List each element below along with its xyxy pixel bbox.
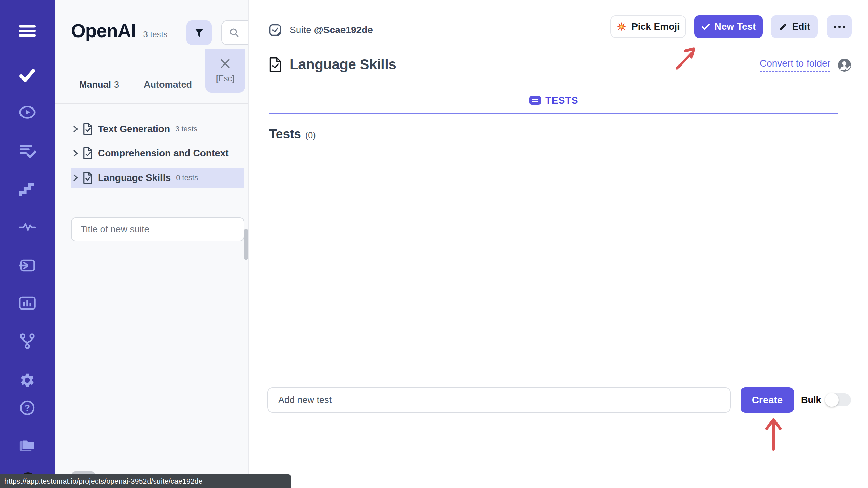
new-suite-title-input[interactable] xyxy=(71,217,244,241)
bulk-toggle[interactable] xyxy=(825,393,851,406)
annotation-arrow-new-test xyxy=(669,38,710,74)
ellipsis-icon xyxy=(834,26,845,28)
help-icon[interactable]: ? xyxy=(19,400,36,416)
main-content: Suite @Scae192de Pick Emoji New Test Edi… xyxy=(249,0,868,488)
esc-hint: [Esc] xyxy=(216,74,234,83)
tab-manual[interactable]: Manual3 xyxy=(79,80,119,90)
header-divider xyxy=(249,45,868,45)
edit-button[interactable]: Edit xyxy=(771,15,818,38)
project-header: OpenAI 3 tests xyxy=(71,20,167,42)
project-title: OpenAI xyxy=(71,20,136,42)
suite-id: @Scae192de xyxy=(314,25,373,35)
page-title: Language Skills xyxy=(290,56,396,73)
menu-icon[interactable] xyxy=(19,23,36,39)
status-url-bar: https://app.testomat.io/projects/openai-… xyxy=(0,474,291,488)
panel-scrollbar[interactable] xyxy=(244,229,248,260)
tests-section-heading: Tests (0) xyxy=(269,127,316,141)
chevron-right-icon[interactable] xyxy=(73,173,80,182)
import-icon[interactable] xyxy=(19,257,36,274)
toggle-knob xyxy=(825,393,839,407)
tabs-divider xyxy=(55,103,249,104)
suite-doc-icon xyxy=(83,147,93,159)
suite-doc-icon xyxy=(83,123,93,135)
suite-label: Language Skills xyxy=(98,172,171,183)
active-tab-underline xyxy=(269,113,838,114)
suite-label: Suite xyxy=(290,25,311,35)
suite-row-text-generation[interactable]: Text Generation 3 tests xyxy=(71,119,244,139)
svg-text:?: ? xyxy=(25,403,30,413)
add-new-test-input[interactable] xyxy=(267,387,731,413)
user-check-avatar-icon[interactable] xyxy=(838,59,851,72)
search-icon xyxy=(229,28,239,38)
results-list-icon[interactable] xyxy=(19,143,36,159)
filter-button[interactable] xyxy=(186,20,212,45)
suite-check-badge-icon xyxy=(269,24,281,36)
project-tests-count: 3 tests xyxy=(143,30,168,39)
app-sidebar: ? xyxy=(0,0,55,488)
create-button[interactable]: Create xyxy=(741,387,794,413)
chevron-right-icon[interactable] xyxy=(73,149,80,158)
analytics-icon[interactable] xyxy=(19,295,36,311)
bulk-label: Bulk xyxy=(801,395,821,405)
suite-row-comprehension[interactable]: Comprehension and Context xyxy=(71,143,244,163)
new-test-button[interactable]: New Test xyxy=(694,15,763,38)
suite-doc-icon xyxy=(83,172,93,184)
steps-icon[interactable] xyxy=(19,181,36,197)
suite-count: 0 tests xyxy=(176,173,198,182)
page-heading: Language Skills xyxy=(269,56,396,73)
tab-automated[interactable]: Automated xyxy=(144,80,192,90)
convert-to-folder-link[interactable]: Convert to folder xyxy=(760,58,830,72)
more-options-button[interactable] xyxy=(827,15,852,38)
collision-emoji-icon xyxy=(616,21,627,32)
suite-breadcrumb: Suite @Scae192de xyxy=(269,24,373,36)
tests-tabbar: TESTS xyxy=(269,95,838,106)
check-icon xyxy=(701,23,710,30)
annotation-arrow-create xyxy=(759,414,790,453)
branch-icon[interactable] xyxy=(19,333,36,349)
files-folder-icon[interactable] xyxy=(19,437,36,454)
pencil-icon xyxy=(779,23,787,31)
suite-label: Text Generation xyxy=(98,124,170,134)
settings-gear-icon[interactable] xyxy=(19,372,36,388)
convert-row: Convert to folder xyxy=(760,58,851,72)
tab-tests[interactable]: TESTS xyxy=(529,95,578,106)
chevron-right-icon[interactable] xyxy=(73,125,80,133)
card-lines-icon xyxy=(529,96,541,105)
suite-count: 3 tests xyxy=(175,125,197,133)
close-icon[interactable] xyxy=(220,58,230,69)
tests-icon[interactable] xyxy=(19,67,36,83)
project-panel: OpenAI 3 tests [Esc] Manual3 Automated T… xyxy=(55,0,249,488)
document-check-icon xyxy=(269,57,282,72)
filter-funnel-icon xyxy=(195,28,204,38)
filter-close-popover: [Esc] xyxy=(205,49,245,93)
suite-label: Comprehension and Context xyxy=(98,148,229,159)
search-input[interactable] xyxy=(221,20,249,45)
pick-emoji-button[interactable]: Pick Emoji xyxy=(610,15,686,38)
status-url: https://app.testomat.io/projects/openai-… xyxy=(4,477,203,485)
runs-play-icon[interactable] xyxy=(19,104,36,120)
pulse-icon[interactable] xyxy=(19,219,36,235)
suite-row-language-skills[interactable]: Language Skills 0 tests xyxy=(71,168,244,188)
